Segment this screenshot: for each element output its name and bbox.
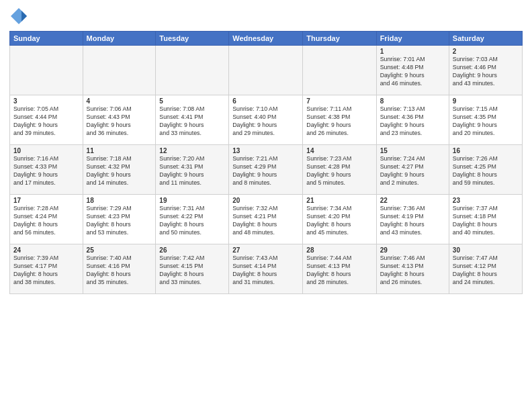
day-number: 22 [380,197,445,204]
day-cell [303,46,376,95]
day-cell: 14Sunrise: 7:23 AM Sunset: 4:28 PM Dayli… [303,145,376,195]
day-cell: 16Sunrise: 7:26 AM Sunset: 4:25 PM Dayli… [449,145,522,195]
day-info: Sunrise: 7:32 AM Sunset: 4:21 PM Dayligh… [232,205,299,237]
day-info: Sunrise: 7:10 AM Sunset: 4:40 PM Dayligh… [232,105,299,138]
day-number: 20 [232,197,299,204]
svg-marker-1 [21,11,27,21]
weekday-header-sunday: Sunday [10,32,83,46]
day-number: 5 [159,97,225,105]
day-number: 29 [380,246,445,254]
day-info: Sunrise: 7:24 AM Sunset: 4:27 PM Dayligh… [380,155,445,187]
day-cell: 11Sunrise: 7:18 AM Sunset: 4:32 PM Dayli… [83,145,156,195]
day-cell: 1Sunrise: 7:01 AM Sunset: 4:48 PM Daylig… [376,46,449,95]
day-cell: 3Sunrise: 7:05 AM Sunset: 4:44 PM Daylig… [10,95,83,145]
day-number: 7 [306,97,372,105]
day-number: 11 [87,147,152,154]
day-info: Sunrise: 7:46 AM Sunset: 4:13 PM Dayligh… [380,255,445,287]
day-info: Sunrise: 7:39 AM Sunset: 4:17 PM Dayligh… [13,255,79,287]
page: SundayMondayTuesdayWednesdayThursdayFrid… [0,0,532,411]
weekday-header-thursday: Thursday [303,32,376,46]
day-cell: 2Sunrise: 7:03 AM Sunset: 4:46 PM Daylig… [449,46,522,95]
day-cell: 23Sunrise: 7:37 AM Sunset: 4:18 PM Dayli… [449,195,522,244]
day-cell: 8Sunrise: 7:13 AM Sunset: 4:36 PM Daylig… [376,95,449,145]
day-info: Sunrise: 7:29 AM Sunset: 4:23 PM Dayligh… [87,205,152,237]
day-cell: 13Sunrise: 7:21 AM Sunset: 4:29 PM Dayli… [229,145,303,195]
day-cell: 10Sunrise: 7:16 AM Sunset: 4:33 PM Dayli… [10,145,83,195]
day-number: 12 [159,147,225,154]
day-number: 15 [380,147,445,154]
weekday-header-row: SundayMondayTuesdayWednesdayThursdayFrid… [10,32,523,46]
day-info: Sunrise: 7:05 AM Sunset: 4:44 PM Dayligh… [13,105,79,138]
day-info: Sunrise: 7:43 AM Sunset: 4:14 PM Dayligh… [232,255,299,287]
day-number: 16 [453,147,519,154]
day-number: 17 [13,197,79,204]
day-info: Sunrise: 7:16 AM Sunset: 4:33 PM Dayligh… [13,155,79,187]
day-number: 23 [453,197,519,204]
week-row-0: 1Sunrise: 7:01 AM Sunset: 4:48 PM Daylig… [10,46,523,95]
day-info: Sunrise: 7:01 AM Sunset: 4:48 PM Dayligh… [380,56,445,88]
day-info: Sunrise: 7:31 AM Sunset: 4:22 PM Dayligh… [159,205,225,237]
day-info: Sunrise: 7:40 AM Sunset: 4:16 PM Dayligh… [87,255,152,287]
day-cell: 18Sunrise: 7:29 AM Sunset: 4:23 PM Dayli… [83,195,156,244]
day-info: Sunrise: 7:03 AM Sunset: 4:46 PM Dayligh… [453,56,519,88]
day-cell: 17Sunrise: 7:28 AM Sunset: 4:24 PM Dayli… [10,195,83,244]
day-cell: 25Sunrise: 7:40 AM Sunset: 4:16 PM Dayli… [83,244,156,294]
weekday-header-saturday: Saturday [449,32,522,46]
day-number: 21 [306,197,372,204]
day-info: Sunrise: 7:37 AM Sunset: 4:18 PM Dayligh… [453,205,519,237]
weekday-header-friday: Friday [376,32,449,46]
day-cell: 27Sunrise: 7:43 AM Sunset: 4:14 PM Dayli… [229,244,303,294]
day-info: Sunrise: 7:28 AM Sunset: 4:24 PM Dayligh… [13,205,79,237]
day-cell: 26Sunrise: 7:42 AM Sunset: 4:15 PM Dayli… [156,244,229,294]
day-cell: 29Sunrise: 7:46 AM Sunset: 4:13 PM Dayli… [376,244,449,294]
day-number: 25 [87,246,152,254]
week-row-3: 17Sunrise: 7:28 AM Sunset: 4:24 PM Dayli… [10,195,523,244]
day-cell [156,46,229,95]
day-info: Sunrise: 7:13 AM Sunset: 4:36 PM Dayligh… [380,105,445,138]
day-cell: 4Sunrise: 7:06 AM Sunset: 4:43 PM Daylig… [83,95,156,145]
day-info: Sunrise: 7:36 AM Sunset: 4:19 PM Dayligh… [380,205,445,237]
day-cell: 24Sunrise: 7:39 AM Sunset: 4:17 PM Dayli… [10,244,83,294]
day-info: Sunrise: 7:21 AM Sunset: 4:29 PM Dayligh… [232,155,299,187]
day-cell: 20Sunrise: 7:32 AM Sunset: 4:21 PM Dayli… [229,195,303,244]
logo-icon [9,7,28,26]
day-info: Sunrise: 7:20 AM Sunset: 4:31 PM Dayligh… [159,155,225,187]
day-info: Sunrise: 7:18 AM Sunset: 4:32 PM Dayligh… [87,155,152,187]
week-row-4: 24Sunrise: 7:39 AM Sunset: 4:17 PM Dayli… [10,244,523,294]
day-info: Sunrise: 7:47 AM Sunset: 4:12 PM Dayligh… [453,255,519,287]
day-cell [83,46,156,95]
day-cell: 7Sunrise: 7:11 AM Sunset: 4:38 PM Daylig… [303,95,376,145]
day-cell: 6Sunrise: 7:10 AM Sunset: 4:40 PM Daylig… [229,95,303,145]
day-number: 2 [453,48,519,55]
day-number: 4 [87,97,152,105]
day-cell: 9Sunrise: 7:15 AM Sunset: 4:35 PM Daylig… [449,95,522,145]
header [9,7,523,26]
day-number: 24 [13,246,79,254]
day-cell: 22Sunrise: 7:36 AM Sunset: 4:19 PM Dayli… [376,195,449,244]
day-cell: 21Sunrise: 7:34 AM Sunset: 4:20 PM Dayli… [303,195,376,244]
day-number: 28 [306,246,372,254]
day-info: Sunrise: 7:23 AM Sunset: 4:28 PM Dayligh… [306,155,372,187]
day-info: Sunrise: 7:44 AM Sunset: 4:13 PM Dayligh… [306,255,372,287]
logo [9,7,31,26]
day-number: 26 [159,246,225,254]
week-row-1: 3Sunrise: 7:05 AM Sunset: 4:44 PM Daylig… [10,95,523,145]
day-cell [229,46,303,95]
day-number: 18 [87,197,152,204]
day-number: 3 [13,97,79,105]
day-cell: 15Sunrise: 7:24 AM Sunset: 4:27 PM Dayli… [376,145,449,195]
day-cell: 30Sunrise: 7:47 AM Sunset: 4:12 PM Dayli… [449,244,522,294]
day-number: 19 [159,197,225,204]
weekday-header-monday: Monday [83,32,156,46]
day-number: 9 [453,97,519,105]
calendar: SundayMondayTuesdayWednesdayThursdayFrid… [9,31,523,294]
day-cell: 28Sunrise: 7:44 AM Sunset: 4:13 PM Dayli… [303,244,376,294]
weekday-header-tuesday: Tuesday [156,32,229,46]
day-number: 6 [232,97,299,105]
week-row-2: 10Sunrise: 7:16 AM Sunset: 4:33 PM Dayli… [10,145,523,195]
day-number: 30 [453,246,519,254]
day-info: Sunrise: 7:26 AM Sunset: 4:25 PM Dayligh… [453,155,519,187]
day-info: Sunrise: 7:11 AM Sunset: 4:38 PM Dayligh… [306,105,372,138]
day-cell [10,46,83,95]
day-info: Sunrise: 7:06 AM Sunset: 4:43 PM Dayligh… [87,105,152,138]
